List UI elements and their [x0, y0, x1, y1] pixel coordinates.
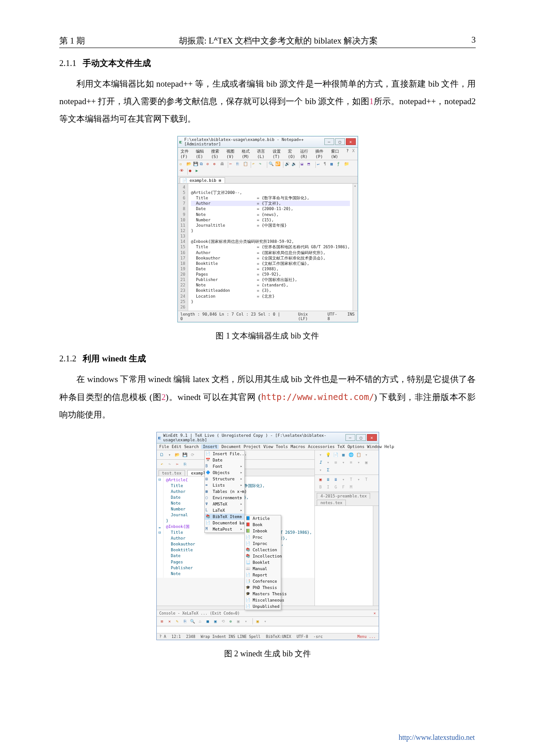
fig2-link[interactable]: 2 [161, 392, 166, 402]
menu-search[interactable]: 搜索(S) [211, 149, 223, 159]
bib-mi[interactable]: 🎓PhD Thesis [245, 585, 281, 591]
dropdown-icon[interactable]: ▾ [167, 452, 173, 458]
zoomin-icon[interactable]: 🔊 [285, 162, 291, 168]
cut-icon[interactable]: ✂ [230, 162, 236, 168]
insert-mi[interactable]: MMetaPost [205, 526, 244, 532]
mi-project[interactable]: Project [243, 444, 261, 449]
close-icon[interactable]: ⊘ [207, 162, 213, 168]
insert-mi[interactable]: ≡Lists [205, 482, 244, 488]
maximize-button[interactable]: ▢ [356, 434, 366, 441]
console-toolbar[interactable]: ⊠ ✕ ✎ ⎘ 🔍 ♺ ■ ▣ ⟲ ⊕ ▣▾ ▣▾ [157, 616, 379, 626]
menu-help[interactable]: ? [346, 149, 349, 159]
find-icon[interactable]: 🔍 [269, 162, 275, 168]
fold-gutter[interactable]: ⊟ ⬌ ⊟ [157, 476, 164, 578]
print-icon[interactable]: 🖶 [220, 162, 226, 168]
npp-toolbar[interactable]: ▫ 📂 💾 ⧉ ⊘ ⊗ 🖶 ✂ ⎘ 📋 ↶ ↷ 🔍 🔁 [178, 160, 358, 176]
mi-view[interactable]: View [263, 444, 273, 449]
editor-area[interactable]: 4567891011121314151617181920212223242526… [178, 184, 358, 311]
bib-mi[interactable]: 📖Manual [245, 566, 281, 572]
bib-mi[interactable]: 📄Inproc [245, 541, 281, 547]
bib-mi[interactable]: 📗Inbook [245, 528, 281, 534]
doc-icon[interactable]: 📄 [332, 452, 339, 458]
console-header[interactable]: Console - XeLaTeX ... (Exit Code=0) × [157, 610, 379, 616]
menu-format[interactable]: 格式(M) [242, 149, 253, 159]
find-icon[interactable]: 🔍 [190, 618, 196, 624]
insert-mi[interactable]: ▢Environments [205, 495, 244, 501]
tab-example[interactable]: 📄 example.bib ⊠ [180, 177, 225, 183]
insert-mi[interactable]: 📄Documented LaTeX [205, 520, 244, 526]
bib-mi[interactable]: 📕Book [245, 522, 281, 528]
lightbulb-icon[interactable]: 💡 [325, 452, 331, 458]
tool-icon[interactable]: ▣ [235, 618, 242, 624]
record-icon[interactable]: ● [189, 168, 195, 175]
fig1-link[interactable]: 1 [369, 97, 374, 106]
play-icon[interactable]: ▶ [196, 168, 202, 175]
bib-mi[interactable]: 🎓Masters Thesis [245, 591, 281, 597]
new-icon[interactable]: 🗋 [159, 452, 165, 458]
menu-macro[interactable]: 宏(O) [288, 149, 296, 159]
npp-menubar[interactable]: 文件(F) 编辑(E) 搜索(S) 视图(V) 格式(M) 语言(L) 设置(T… [178, 148, 358, 160]
menu-lang[interactable]: 语言(L) [257, 149, 269, 159]
saveall-icon[interactable]: ⧉ [200, 162, 206, 168]
x-icon[interactable]: ✕ [167, 618, 173, 624]
copy-icon[interactable]: ⎘ [182, 618, 188, 624]
bib-mi[interactable]: 📚Collection [245, 547, 281, 553]
bib-mi[interactable]: 📄Unpublished [245, 603, 281, 610]
scrollbar[interactable] [373, 506, 379, 606]
minimize-button[interactable]: — [345, 434, 355, 441]
insert-mi[interactable]: 🔷Objects [205, 470, 244, 476]
grid-icon[interactable]: ▦ [340, 452, 346, 458]
close-button[interactable]: ✕ [346, 138, 356, 145]
menu-window[interactable]: 窗口(W) [331, 149, 343, 159]
insert-mi[interactable]: LLaTeX [205, 507, 244, 514]
mi-document[interactable]: Document [221, 444, 241, 449]
bib-mi[interactable]: 📑Conference [245, 578, 281, 585]
we-titlebar[interactable]: ◧ WinEdt 9.1 | TeX Live ( Unregistered C… [157, 432, 379, 444]
insert-mi[interactable]: ▦Tables (n x m) [205, 488, 244, 495]
scrollbar[interactable] [353, 184, 357, 311]
new-icon[interactable]: ▫ [180, 162, 186, 168]
tool-icon[interactable]: ≣ [325, 476, 331, 483]
undo-icon[interactable]: ↶ [252, 162, 259, 168]
copy-icon[interactable]: ⎘ [182, 461, 188, 467]
world-icon[interactable]: 🌐 [348, 452, 354, 458]
redo-icon[interactable]: ↷ [167, 461, 173, 467]
insert-mi[interactable]: 📅Date [205, 457, 244, 463]
undo-icon[interactable]: ↶ [159, 461, 165, 467]
tool-icon[interactable]: 📋 [355, 452, 362, 458]
sq2-icon[interactable]: ▣ [212, 618, 219, 624]
closeall-icon[interactable]: ⊗ [213, 162, 220, 168]
tool-icon[interactable]: ≣ [332, 476, 339, 483]
bib-mi[interactable]: 📄Miscellaneous [245, 597, 281, 603]
we-toolbar-right[interactable]: ▾ 💡 📄 ▦ 🌐 📋▾ I▾ ⊞▾ ≡▾ ▣▾ Σ [315, 450, 378, 475]
save-icon[interactable]: 💾 [193, 162, 199, 168]
bib-mi[interactable]: 📘Article [245, 515, 281, 522]
insert-mi[interactable]: ΨAMSTeX [205, 501, 244, 507]
tool-icon[interactable]: ▣ [252, 618, 261, 624]
sync-icon2[interactable]: ⬒ [308, 162, 314, 168]
pencil-icon[interactable]: ✎ [174, 618, 181, 624]
replace-icon[interactable]: 🔁 [275, 162, 282, 168]
monitor-icon[interactable]: 👁 [180, 168, 186, 175]
sq1-icon[interactable]: ■ [205, 618, 211, 624]
open-icon[interactable]: 📂 [186, 162, 193, 168]
bib-mi[interactable]: 📄Proc [245, 534, 281, 541]
bibtex-submenu[interactable]: 📘Article📕Book📗Inbook📄Proc📄Inproc📚Collect… [244, 515, 281, 610]
bib-mi[interactable]: 📄Report [245, 572, 281, 578]
menu-view[interactable]: 视图(V) [226, 149, 238, 159]
tool-icon[interactable]: ⟲ [220, 618, 226, 624]
insert-menu[interactable]: 📄Insert File...📅DateBFont🔷Objects▤Struct… [204, 450, 245, 533]
zoomout-icon[interactable]: 🔉 [292, 162, 298, 168]
menu-settings[interactable]: 设置(T) [273, 149, 284, 159]
we-menubar[interactable]: File Edit Search Insert Document Project… [157, 444, 379, 450]
tool-icon[interactable]: ⊞ [332, 459, 339, 466]
menubar-x[interactable]: X [352, 149, 354, 159]
minimize-button[interactable]: — [324, 138, 334, 145]
npp-titlebar[interactable]: ◧ F:\xelatex\biblatex-usage\example.bib … [178, 136, 358, 148]
stop-icon[interactable]: ⊠ [159, 618, 165, 624]
bib-mi[interactable]: 📃Booklet [245, 559, 281, 566]
list-icon[interactable]: ≡ [348, 459, 354, 466]
img-icon[interactable]: ▣ [363, 459, 369, 466]
right-editor[interactable] [315, 506, 378, 606]
insert-mi[interactable]: 📄Insert File... [205, 451, 244, 457]
